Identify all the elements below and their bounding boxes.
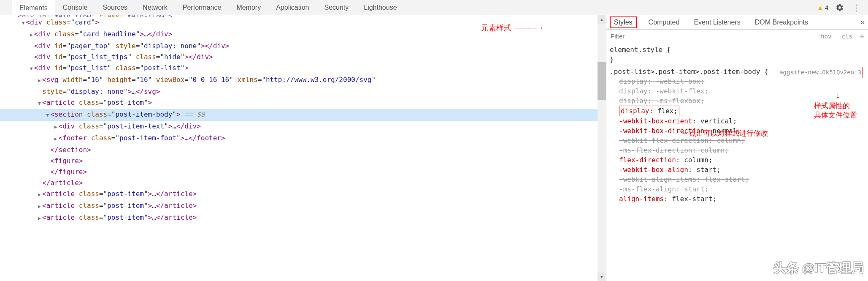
dom-line[interactable]: <div id="pager_top" style="display: none… bbox=[0, 41, 598, 52]
toolbar-tab-memory[interactable]: Memory bbox=[229, 0, 268, 15]
toggle-icon[interactable]: ▶ bbox=[53, 134, 59, 145]
css-declaration[interactable]: -ms-flex-align: start; bbox=[619, 184, 865, 194]
toggle-icon[interactable]: ▼ bbox=[45, 110, 50, 121]
toggle-icon[interactable]: ▶ bbox=[37, 189, 42, 200]
watermark: 头条 @IT管理局 bbox=[773, 259, 864, 277]
dom-line[interactable]: </figure> bbox=[0, 166, 598, 177]
styles-tab-computed[interactable]: Computed bbox=[646, 15, 682, 29]
css-declaration[interactable]: -ms-flex-direction: column; bbox=[619, 145, 865, 155]
styles-content[interactable]: element.style { } aggsite-new…Ok51Qv2eo:… bbox=[606, 43, 868, 281]
css-declaration[interactable]: align-items: flex-start; bbox=[619, 194, 865, 204]
styles-tab-dom-breakpoints[interactable]: DOM Breakpoints bbox=[752, 15, 811, 29]
dom-scrollbar[interactable]: ▴ ▾ bbox=[598, 15, 606, 281]
dom-line[interactable]: <figure> bbox=[0, 156, 598, 166]
dom-line[interactable]: style="display: none">…</svg> bbox=[0, 86, 598, 97]
dom-line[interactable]: ▶<article class="post-item">…</article> bbox=[0, 200, 598, 212]
warning-count: 4 bbox=[825, 4, 828, 11]
css-declaration[interactable]: display: -webkit-flex; bbox=[619, 86, 865, 96]
scroll-thumb[interactable] bbox=[598, 62, 606, 100]
toggle-icon[interactable]: ▶ bbox=[37, 213, 42, 224]
toolbar-tab-security[interactable]: Security bbox=[316, 0, 356, 15]
dom-line[interactable]: ▼<section class="post-item-body"> == $0 bbox=[0, 109, 598, 121]
toggle-icon[interactable]: ▶ bbox=[53, 122, 59, 133]
styles-tabs: StylesComputedEvent ListenersDOM Breakpo… bbox=[606, 15, 868, 30]
scroll-up-icon[interactable]: ▴ bbox=[598, 15, 606, 24]
cls-toggle[interactable]: .cls bbox=[835, 33, 856, 40]
styles-filter-input[interactable] bbox=[606, 33, 814, 40]
source-link[interactable]: aggsite-new…Ok51Qv2eo:3 bbox=[778, 67, 863, 78]
toolbar-tab-sources[interactable]: Sources bbox=[95, 0, 135, 15]
dom-line[interactable]: ▶<footer class="post-item-foot">…</foote… bbox=[0, 133, 598, 145]
toggle-icon[interactable]: ▶ bbox=[37, 75, 42, 86]
warning-badge[interactable]: ▲ 4 bbox=[817, 4, 828, 11]
dom-line[interactable]: <div id="main_flow" class="main-flow"> bbox=[0, 15, 598, 17]
dom-line[interactable]: ▶<div class="post-item-text">…</div> bbox=[0, 121, 598, 133]
dom-line[interactable]: </section> bbox=[0, 145, 598, 156]
element-style-rule[interactable]: element.style { } bbox=[610, 45, 865, 64]
css-declaration[interactable]: display: flex; bbox=[619, 106, 679, 116]
annotation-file-location: 样式属性的具体文件位置 bbox=[814, 101, 857, 120]
selector-text: element.style { bbox=[610, 45, 865, 55]
dom-line[interactable]: ▶<article class="post-item">…</article> bbox=[0, 212, 598, 224]
toggle-icon[interactable]: ▼ bbox=[37, 98, 42, 109]
dom-line[interactable]: </article> bbox=[0, 177, 598, 188]
toolbar-tab-elements[interactable]: Elements bbox=[12, 0, 55, 15]
css-declaration[interactable]: flex-direction: column; bbox=[619, 155, 865, 165]
styles-panel: StylesComputedEvent ListenersDOM Breakpo… bbox=[606, 15, 868, 281]
toolbar-tab-console[interactable]: Console bbox=[55, 0, 95, 15]
toggle-icon[interactable]: ▶ bbox=[29, 30, 34, 41]
warning-icon: ▲ bbox=[817, 4, 823, 11]
dom-line[interactable]: ▼<div id="post_list" class="post-list"> bbox=[0, 63, 598, 74]
toolbar-tab-performance[interactable]: Performance bbox=[175, 0, 229, 15]
scroll-down-icon[interactable]: ▾ bbox=[598, 273, 606, 281]
dom-tree[interactable]: <div id="main_flow" class="main-flow"> ▼… bbox=[0, 15, 598, 281]
devtools-toolbar: ElementsConsoleSourcesNetworkPerformance… bbox=[0, 0, 868, 15]
dom-line[interactable]: ▶<article class="post-item">…</article> bbox=[0, 188, 598, 200]
toolbar-tab-network[interactable]: Network bbox=[135, 0, 175, 15]
more-tabs-icon[interactable]: » bbox=[860, 18, 865, 27]
toolbar-tab-lighthouse[interactable]: Lighthouse bbox=[356, 0, 404, 15]
css-declaration[interactable]: -webkit-box-align: start; bbox=[619, 165, 865, 175]
gear-icon[interactable] bbox=[834, 2, 845, 13]
dom-line[interactable]: ▶<svg width="16" height="16" viewBox="0 … bbox=[0, 74, 598, 86]
css-rule[interactable]: aggsite-new…Ok51Qv2eo:3 .post-list>.post… bbox=[610, 67, 865, 204]
dom-line[interactable]: ▼<article class="post-item"> bbox=[0, 97, 598, 109]
toggle-icon[interactable]: ▼ bbox=[29, 63, 34, 74]
hov-toggle[interactable]: :hov bbox=[814, 33, 835, 40]
styles-tab-event-listeners[interactable]: Event Listeners bbox=[691, 15, 743, 29]
styles-filter-row: :hov .cls + bbox=[606, 30, 868, 43]
dom-panel: <div id="main_flow" class="main-flow"> ▼… bbox=[0, 15, 606, 281]
new-style-rule-icon[interactable]: + bbox=[856, 31, 868, 42]
kebab-icon[interactable]: ⋮ bbox=[851, 2, 862, 13]
toggle-icon[interactable]: ▶ bbox=[37, 201, 42, 212]
toggle-icon[interactable]: ▼ bbox=[21, 18, 26, 29]
styles-tab-styles[interactable]: Styles bbox=[610, 16, 637, 28]
toolbar-tab-application[interactable]: Application bbox=[268, 0, 316, 15]
toolbar-tabs: ElementsConsoleSourcesNetworkPerformance… bbox=[0, 0, 405, 15]
rule-close: } bbox=[610, 55, 865, 64]
annotation-element-style: 元素样式———→ bbox=[481, 23, 543, 33]
dom-line[interactable]: <div id="post_list_tips" class="hide"></… bbox=[0, 52, 598, 63]
css-declaration[interactable]: -webkit-align-items: flex-start; bbox=[619, 175, 865, 184]
annotation-click-edit: 点击可以对样式进行修改 bbox=[681, 128, 768, 138]
